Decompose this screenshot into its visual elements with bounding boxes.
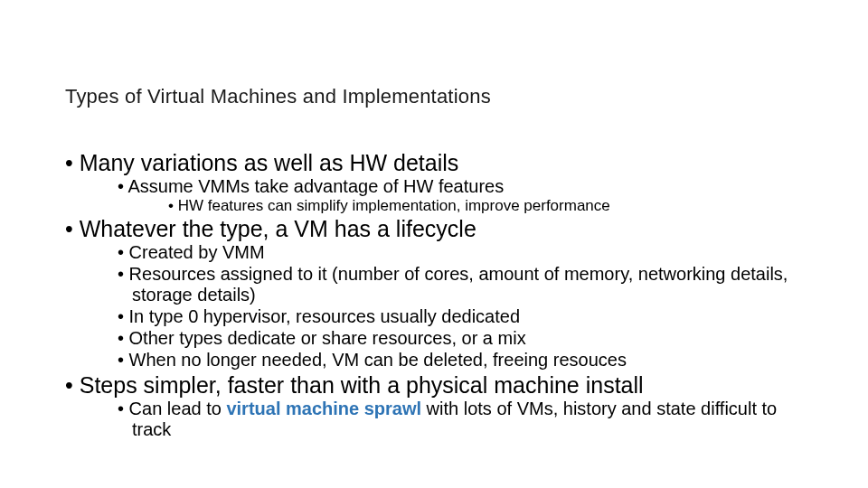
bullet-text: In type 0 hypervisor, resources usually …	[129, 306, 520, 326]
bullet-l2: When no longer needed, VM can be deleted…	[118, 350, 807, 371]
bullet-text: Many variations as well as HW details	[80, 150, 459, 175]
bullet-text: When no longer needed, VM can be deleted…	[129, 350, 627, 370]
bullet-l1: Steps simpler, faster than with a physic…	[65, 372, 807, 440]
bullet-l1: Whatever the type, a VM has a lifecycle …	[65, 216, 807, 371]
bullet-text: Resources assigned to it (number of core…	[129, 264, 788, 305]
bullet-list-level-2: Created by VMM Resources assigned to it …	[118, 242, 807, 371]
highlighted-term: virtual machine sprawl	[226, 399, 421, 418]
bullet-text-prefix: Can lead to	[129, 399, 227, 418]
bullet-l2: Other types dedicate or share resources,…	[118, 328, 807, 349]
bullet-text: Whatever the type, a VM has a lifecycle	[80, 216, 476, 241]
bullet-l2: In type 0 hypervisor, resources usually …	[118, 306, 807, 327]
bullet-list-level-2: Assume VMMs take advantage of HW feature…	[118, 176, 807, 215]
bullet-l2: Can lead to virtual machine sprawl with …	[118, 399, 807, 440]
bullet-l2: Assume VMMs take advantage of HW feature…	[118, 176, 807, 215]
bullet-list-level-3: HW features can simplify implementation,…	[168, 197, 807, 215]
bullet-l1: Many variations as well as HW details As…	[65, 150, 807, 214]
bullet-l2: Resources assigned to it (number of core…	[118, 264, 807, 305]
bullet-l2: Created by VMM	[118, 242, 807, 263]
bullet-list-level-2: Can lead to virtual machine sprawl with …	[118, 399, 807, 440]
slide: Types of Virtual Machines and Implementa…	[0, 0, 868, 488]
slide-content: Many variations as well as HW details As…	[65, 150, 807, 442]
bullet-text: HW features can simplify implementation,…	[178, 197, 610, 214]
slide-title: Types of Virtual Machines and Implementa…	[65, 85, 491, 108]
bullet-text: Other types dedicate or share resources,…	[129, 328, 526, 348]
bullet-text: Steps simpler, faster than with a physic…	[80, 372, 644, 398]
bullet-text: Created by VMM	[129, 242, 265, 262]
bullet-list-level-1: Many variations as well as HW details As…	[65, 150, 807, 440]
bullet-text: Assume VMMs take advantage of HW feature…	[127, 176, 504, 196]
bullet-l3: HW features can simplify implementation,…	[168, 197, 807, 215]
